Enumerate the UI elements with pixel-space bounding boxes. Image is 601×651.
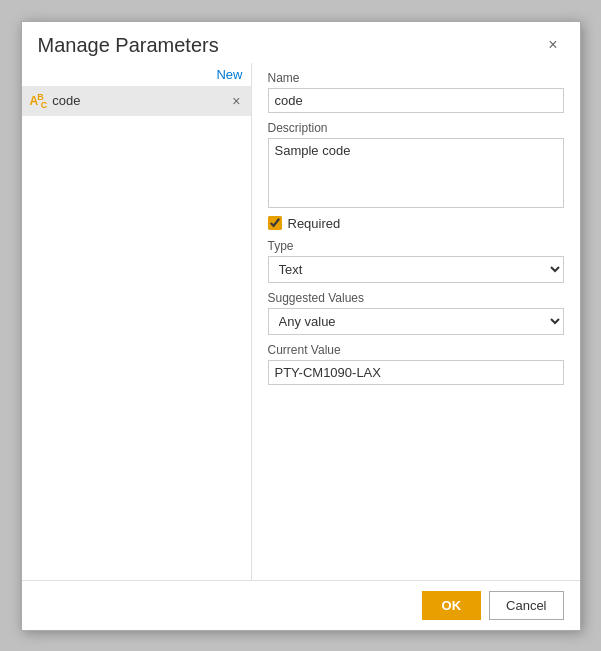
name-field-group: Name (268, 71, 564, 113)
left-panel: New ABC code × (22, 63, 252, 580)
param-name-label: code (52, 93, 224, 108)
close-button[interactable]: × (542, 35, 563, 55)
required-row: Required (268, 216, 564, 231)
current-value-field-group: Current Value (268, 343, 564, 385)
param-type-icon: ABC (30, 92, 47, 110)
right-panel: Name Description Sample code Required Ty… (252, 63, 580, 580)
suggested-values-select[interactable]: Any value List of values (268, 308, 564, 335)
description-label: Description (268, 121, 564, 135)
manage-parameters-dialog: Manage Parameters × New ABC code × Name (21, 21, 581, 631)
param-delete-button[interactable]: × (230, 94, 242, 108)
type-select[interactable]: Text Number Date Boolean (268, 256, 564, 283)
dialog-footer: OK Cancel (22, 580, 580, 630)
name-label: Name (268, 71, 564, 85)
suggested-values-field-group: Suggested Values Any value List of value… (268, 291, 564, 335)
suggested-values-label: Suggested Values (268, 291, 564, 305)
description-input[interactable]: Sample code (268, 138, 564, 208)
type-label: Type (268, 239, 564, 253)
dialog-body: New ABC code × Name Description Sample c… (22, 63, 580, 580)
dialog-title: Manage Parameters (38, 34, 219, 57)
current-value-label: Current Value (268, 343, 564, 357)
type-field-group: Type Text Number Date Boolean (268, 239, 564, 283)
param-item[interactable]: ABC code × (22, 86, 251, 116)
new-link[interactable]: New (216, 67, 242, 82)
name-input[interactable] (268, 88, 564, 113)
description-field-group: Description Sample code (268, 121, 564, 208)
required-label: Required (288, 216, 341, 231)
title-bar: Manage Parameters × (22, 22, 580, 63)
left-panel-header: New (22, 63, 251, 86)
ok-button[interactable]: OK (422, 591, 482, 620)
required-checkbox[interactable] (268, 216, 282, 230)
current-value-input[interactable] (268, 360, 564, 385)
cancel-button[interactable]: Cancel (489, 591, 563, 620)
